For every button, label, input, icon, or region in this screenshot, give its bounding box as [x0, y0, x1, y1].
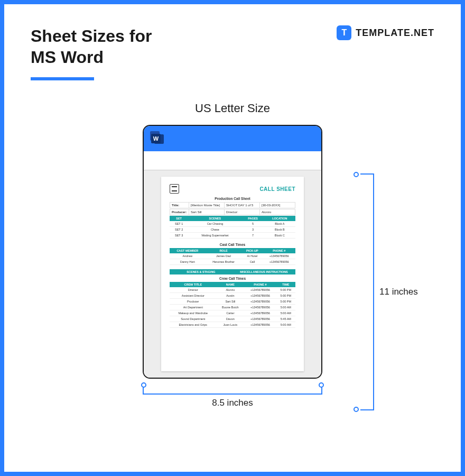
document-area: CALL SHEET Production Call Sheet Title:[…	[144, 170, 321, 378]
width-label: 8.5 inches	[212, 398, 253, 408]
header: Sheet Sizes forMS Word T TEMPLATE.NET	[31, 25, 434, 80]
template-logo-icon: T	[337, 25, 351, 40]
document-page: CALL SHEET Production Call Sheet Title:[…	[161, 177, 304, 371]
table-row: DirectorAlonzo+134567890565:00 PM	[170, 287, 295, 293]
infographic-frame: Sheet Sizes forMS Word T TEMPLATE.NET US…	[0, 0, 465, 476]
table-header: PHONE #	[263, 248, 295, 253]
height-dimension: 11 inches	[360, 173, 392, 410]
table-header: PAGES	[242, 216, 264, 221]
size-label: US Letter Size	[31, 102, 434, 115]
table-header: SCENES	[188, 216, 241, 221]
table-row: ProducerSart Sill+134567890565:00 PM	[170, 299, 295, 305]
title-underline	[31, 77, 94, 80]
table-header: TIME	[276, 282, 295, 287]
table-header: PHONE #	[244, 282, 276, 287]
table-row: Assistant DirectorAustin+134567890565:00…	[170, 293, 295, 299]
table-row: AndrewJames DadAt Hotel+13456789056	[170, 253, 295, 259]
document-title: CALL SHEET	[259, 186, 295, 192]
window-toolbar	[144, 151, 321, 170]
table-row: Art DepartmentBoone Butch+134567890565:0…	[170, 305, 295, 310]
window-titlebar: W	[144, 126, 321, 151]
table-row: Danny HartHeroines BrotherCall+134567890…	[170, 259, 295, 265]
table-header: PICK-UP	[241, 248, 263, 253]
width-dimension: 8.5 inches	[143, 385, 322, 414]
table-header: NAME	[217, 282, 245, 287]
info-row: Title:[Mention Movie Title]SHOOT DAY 1 o…	[170, 202, 295, 208]
crew-table: CREW TITLENAMEPHONE #TIMEDirectorAlonzo+…	[170, 282, 295, 328]
table-header: ROLE	[206, 248, 242, 253]
page-title: Sheet Sizes forMS Word	[31, 25, 152, 68]
section-heading: Cast Call Times	[170, 243, 295, 246]
info-row: Producer:Sart SillDirector:Alonzo	[170, 209, 295, 215]
table-row: SET 2Chase3Block B	[170, 227, 295, 233]
cast-table: CAST MEMBERROLEPICK-UPPHONE #AndrewJames…	[170, 248, 295, 265]
table-header: CAST MEMBER	[170, 248, 206, 253]
brand-name: TEMPLATE.NET	[356, 28, 434, 39]
sets-table: SETSCENESPAGESLOCATIONSET 1Car Chasing5B…	[170, 216, 295, 239]
table-header: CREW TITLE	[170, 282, 217, 287]
diagram-container: W CALL SHEET Production Call Sheet Title…	[111, 125, 354, 414]
table-header: LOCATION	[264, 216, 295, 221]
table-row: SET 1Car Chasing5Block A	[170, 221, 295, 227]
table-row: Makeup and WardrobeCarter+134567890565:0…	[170, 310, 295, 316]
sub-heading: SCENES & STAGING	[170, 269, 232, 274]
word-window: W CALL SHEET Production Call Sheet Title…	[143, 125, 322, 379]
table-row: SET 3Waiting Supermarket7Block C	[170, 233, 295, 239]
film-icon	[170, 184, 179, 194]
section-heading: Crew Call Times	[170, 277, 295, 280]
sub-heading: MISCELLANEOUS INSTRUCTIONS	[232, 269, 295, 274]
table-row: Electricians and GripsJuan Louis+1345678…	[170, 322, 295, 328]
brand: T TEMPLATE.NET	[337, 25, 434, 40]
height-label: 11 inches	[379, 287, 418, 297]
table-row: Sound DepartmentDavon+134567890565:45 AM	[170, 316, 295, 322]
section-heading: Production Call Sheet	[170, 197, 295, 200]
table-header: SET	[170, 216, 188, 221]
title-block: Sheet Sizes forMS Word	[31, 25, 152, 80]
ms-word-icon: W	[150, 131, 165, 146]
